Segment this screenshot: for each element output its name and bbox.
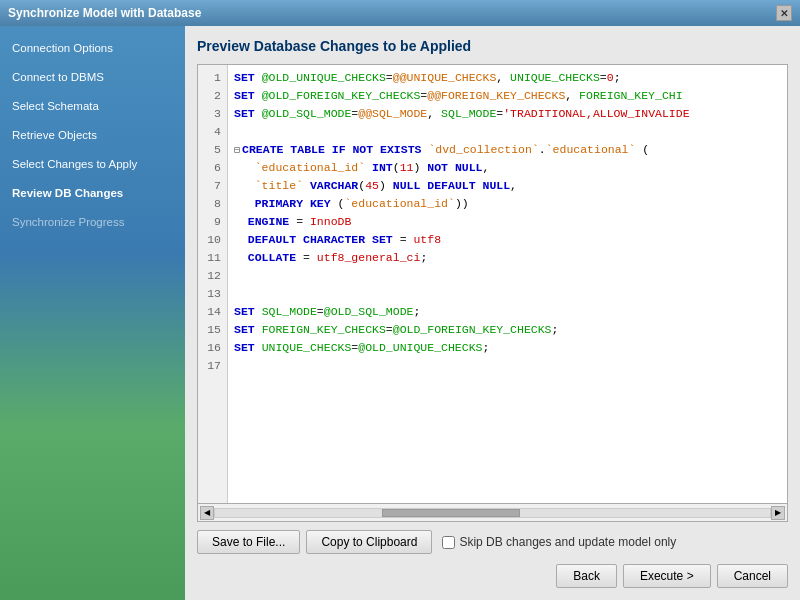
content-area: Preview Database Changes to be Applied 1… [185, 26, 800, 600]
copy-to-clipboard-button[interactable]: Copy to Clipboard [306, 530, 432, 554]
code-line-17 [234, 357, 781, 375]
code-line-7: `title` VARCHAR(45) NULL DEFAULT NULL, [234, 177, 781, 195]
code-line-10: DEFAULT CHARACTER SET = utf8 [234, 231, 781, 249]
line-numbers: 1 2 3 4 5 6 7 8 9 10 11 12 13 14 15 16 1… [198, 65, 228, 503]
scrollbar-track[interactable] [214, 508, 771, 518]
code-line-3: SET @OLD_SQL_MODE=@@SQL_MODE, SQL_MODE='… [234, 105, 781, 123]
skip-label: Skip DB changes and update model only [459, 535, 676, 549]
code-editor[interactable]: 1 2 3 4 5 6 7 8 9 10 11 12 13 14 15 16 1… [197, 64, 788, 504]
code-line-5: ⊟CREATE TABLE IF NOT EXISTS `dvd_collect… [234, 141, 781, 159]
code-line-6: `educational_id` INT(11) NOT NULL, [234, 159, 781, 177]
code-line-9: ENGINE = InnoDB [234, 213, 781, 231]
bottom-nav: Back Execute > Cancel [197, 564, 788, 588]
code-line-11: COLLATE = utf8_general_ci; [234, 249, 781, 267]
scroll-left-arrow[interactable]: ◀ [200, 506, 214, 520]
horizontal-scrollbar[interactable]: ◀ ▶ [197, 504, 788, 522]
sidebar-item-retrieve-objects[interactable]: Retrieve Objects [0, 121, 185, 150]
content-title: Preview Database Changes to be Applied [197, 38, 788, 54]
back-button[interactable]: Back [556, 564, 617, 588]
code-line-2: SET @OLD_FOREIGN_KEY_CHECKS=@@FOREIGN_KE… [234, 87, 781, 105]
sidebar-item-connection-options[interactable]: Connection Options [0, 34, 185, 63]
sidebar-item-review-db-changes[interactable]: Review DB Changes [0, 179, 185, 208]
close-button[interactable]: ✕ [776, 5, 792, 21]
sidebar-item-select-schemata[interactable]: Select Schemata [0, 92, 185, 121]
skip-checkbox[interactable] [442, 536, 455, 549]
code-line-8: PRIMARY KEY (`educational_id`)) [234, 195, 781, 213]
action-button-row: Save to File... Copy to Clipboard Skip D… [197, 530, 788, 554]
scrollbar-thumb[interactable] [382, 509, 521, 517]
sidebar-item-synchronize-progress: Synchronize Progress [0, 208, 185, 237]
save-to-file-button[interactable]: Save to File... [197, 530, 300, 554]
code-line-1: SET @OLD_UNIQUE_CHECKS=@@UNIQUE_CHECKS, … [234, 69, 781, 87]
title-bar-text: Synchronize Model with Database [8, 6, 201, 20]
code-line-16: SET UNIQUE_CHECKS=@OLD_UNIQUE_CHECKS; [234, 339, 781, 357]
code-line-13 [234, 285, 781, 303]
sidebar: Connection Options Connect to DBMS Selec… [0, 26, 185, 600]
code-line-14: SET SQL_MODE=@OLD_SQL_MODE; [234, 303, 781, 321]
code-line-4 [234, 123, 781, 141]
code-line-15: SET FOREIGN_KEY_CHECKS=@OLD_FOREIGN_KEY_… [234, 321, 781, 339]
execute-button[interactable]: Execute > [623, 564, 711, 588]
scroll-right-arrow[interactable]: ▶ [771, 506, 785, 520]
skip-checkbox-row: Skip DB changes and update model only [442, 535, 676, 549]
sidebar-item-select-changes[interactable]: Select Changes to Apply [0, 150, 185, 179]
main-layout: Connection Options Connect to DBMS Selec… [0, 26, 800, 600]
code-line-12 [234, 267, 781, 285]
code-content[interactable]: SET @OLD_UNIQUE_CHECKS=@@UNIQUE_CHECKS, … [228, 65, 787, 503]
sidebar-item-connect-to-dbms[interactable]: Connect to DBMS [0, 63, 185, 92]
title-bar: Synchronize Model with Database ✕ [0, 0, 800, 26]
cancel-button[interactable]: Cancel [717, 564, 788, 588]
